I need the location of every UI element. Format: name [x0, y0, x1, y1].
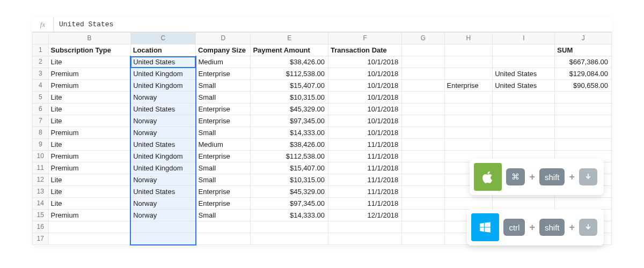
- cell[interactable]: [493, 127, 555, 139]
- cell[interactable]: $14,333.00: [251, 127, 328, 139]
- cell[interactable]: 11/1/2018: [328, 174, 402, 186]
- cell[interactable]: Premium: [48, 151, 130, 162]
- cell[interactable]: Small: [196, 92, 251, 103]
- row-header[interactable]: 13: [33, 186, 49, 198]
- table-row[interactable]: 3 Premium United Kingdom Enterprise $112…: [33, 68, 612, 80]
- table-row[interactable]: 14 Lite Norway Enterprise $97,345.00 11/…: [33, 198, 612, 210]
- cell[interactable]: 11/1/2018: [328, 162, 402, 174]
- cell[interactable]: $667,386.00: [555, 56, 612, 68]
- cell[interactable]: Premium: [48, 127, 130, 139]
- cell[interactable]: Subscription Type: [48, 44, 130, 56]
- cell[interactable]: [493, 44, 555, 56]
- cell[interactable]: Small: [196, 174, 251, 186]
- row-header[interactable]: 14: [33, 198, 49, 210]
- cell[interactable]: [402, 210, 444, 221]
- corner-cell[interactable]: [33, 33, 49, 44]
- col-header-B[interactable]: B: [48, 33, 130, 44]
- cell[interactable]: 11/1/2018: [328, 151, 402, 162]
- cell[interactable]: [48, 221, 130, 233]
- row-header[interactable]: 2: [33, 56, 49, 68]
- cell[interactable]: [130, 233, 195, 245]
- table-row[interactable]: 4 Premium United Kingdom Small $15,407.0…: [33, 80, 612, 92]
- cell-active[interactable]: United States: [130, 56, 195, 68]
- cell[interactable]: [555, 115, 612, 127]
- cell[interactable]: $38,426.00: [251, 139, 328, 151]
- cell[interactable]: Small: [196, 210, 251, 221]
- col-header-D[interactable]: D: [196, 33, 251, 44]
- cell[interactable]: 10/1/2018: [328, 80, 402, 92]
- cell[interactable]: Small: [196, 80, 251, 92]
- cell[interactable]: SUM: [555, 44, 612, 56]
- cell[interactable]: [555, 103, 612, 115]
- col-header-F[interactable]: F: [328, 33, 402, 44]
- cell[interactable]: [130, 221, 195, 233]
- cell[interactable]: [402, 174, 444, 186]
- cell[interactable]: [555, 127, 612, 139]
- cell[interactable]: [251, 221, 328, 233]
- cell[interactable]: 10/1/2018: [328, 92, 402, 103]
- row-header[interactable]: 3: [33, 68, 49, 80]
- cell[interactable]: $15,407.00: [251, 80, 328, 92]
- col-header-row[interactable]: B C D E F G H I J: [33, 33, 612, 44]
- cell[interactable]: United States: [493, 68, 555, 80]
- cell[interactable]: $45,329.00: [251, 103, 328, 115]
- row-header[interactable]: 11: [33, 162, 49, 174]
- row-header[interactable]: 9: [33, 139, 49, 151]
- row-header[interactable]: 1: [33, 44, 49, 56]
- cell[interactable]: Lite: [48, 186, 130, 198]
- col-header-C[interactable]: C: [130, 33, 195, 44]
- cell[interactable]: 10/1/2018: [328, 115, 402, 127]
- cell[interactable]: [328, 233, 402, 245]
- cell[interactable]: [555, 92, 612, 103]
- cell[interactable]: [444, 115, 493, 127]
- cell[interactable]: Medium: [196, 56, 251, 68]
- cell[interactable]: $129,084.00: [555, 68, 612, 80]
- cell[interactable]: 10/1/2018: [328, 103, 402, 115]
- cell[interactable]: [402, 233, 444, 245]
- cell[interactable]: 10/1/2018: [328, 127, 402, 139]
- cell[interactable]: [251, 233, 328, 245]
- cell[interactable]: Lite: [48, 56, 130, 68]
- table-row[interactable]: 8 Premium Norway Small $14,333.00 10/1/2…: [33, 127, 612, 139]
- col-header-J[interactable]: J: [555, 33, 612, 44]
- cell[interactable]: Payment Amount: [251, 44, 328, 56]
- table-row[interactable]: 6 Lite United States Enterprise $45,329.…: [33, 103, 612, 115]
- cell[interactable]: $97,345.00: [251, 198, 328, 210]
- cell[interactable]: 11/1/2018: [328, 198, 402, 210]
- cell[interactable]: [493, 56, 555, 68]
- cell[interactable]: [402, 92, 444, 103]
- cell[interactable]: Lite: [48, 174, 130, 186]
- row-header[interactable]: 17: [33, 233, 49, 245]
- cell[interactable]: Norway: [130, 198, 195, 210]
- cell[interactable]: [493, 115, 555, 127]
- formula-bar[interactable]: fx United States: [32, 17, 612, 32]
- cell[interactable]: [402, 103, 444, 115]
- cell[interactable]: [402, 56, 444, 68]
- cell[interactable]: Enterprise: [196, 115, 251, 127]
- cell[interactable]: [493, 139, 555, 151]
- cell[interactable]: Norway: [130, 115, 195, 127]
- cell[interactable]: [402, 80, 444, 92]
- cell[interactable]: 11/1/2018: [328, 186, 402, 198]
- row-header[interactable]: 10: [33, 151, 49, 162]
- cell[interactable]: $10,315.00: [251, 92, 328, 103]
- table-row[interactable]: 1 Subscription Type Location Company Siz…: [33, 44, 612, 56]
- row-header[interactable]: 7: [33, 115, 49, 127]
- cell[interactable]: [402, 44, 444, 56]
- row-header[interactable]: 5: [33, 92, 49, 103]
- cell[interactable]: Norway: [130, 210, 195, 221]
- col-header-E[interactable]: E: [251, 33, 328, 44]
- cell[interactable]: Norway: [130, 127, 195, 139]
- cell[interactable]: [402, 127, 444, 139]
- cell[interactable]: [444, 68, 493, 80]
- cell[interactable]: $90,658.00: [555, 80, 612, 92]
- cell[interactable]: [444, 92, 493, 103]
- cell[interactable]: $14,333.00: [251, 210, 328, 221]
- cell[interactable]: Premium: [48, 68, 130, 80]
- cell[interactable]: United States: [130, 103, 195, 115]
- cell[interactable]: [444, 139, 493, 151]
- cell[interactable]: Enterprise: [196, 68, 251, 80]
- cell[interactable]: Premium: [48, 80, 130, 92]
- cell[interactable]: [402, 221, 444, 233]
- cell[interactable]: Enterprise: [196, 198, 251, 210]
